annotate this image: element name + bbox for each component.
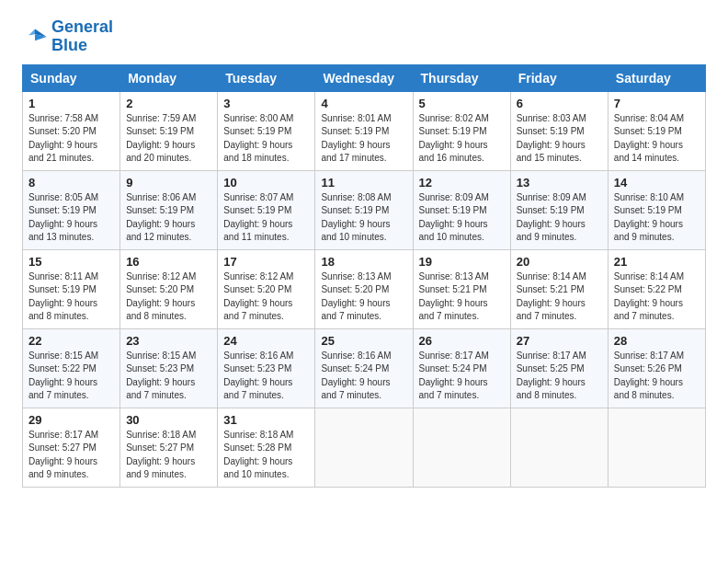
- calendar-cell: 11 Sunrise: 8:08 AMSunset: 5:19 PMDaylig…: [315, 170, 413, 249]
- calendar-cell: 24 Sunrise: 8:16 AMSunset: 5:23 PMDaylig…: [218, 328, 315, 408]
- calendar-cell: 18 Sunrise: 8:13 AMSunset: 5:20 PMDaylig…: [315, 249, 413, 328]
- calendar-cell: 13 Sunrise: 8:09 AMSunset: 5:19 PMDaylig…: [510, 170, 608, 249]
- logo: General Blue: [22, 18, 113, 55]
- calendar-week-row: 15 Sunrise: 8:11 AMSunset: 5:19 PMDaylig…: [23, 249, 706, 328]
- calendar-cell: 16 Sunrise: 8:12 AMSunset: 5:20 PMDaylig…: [120, 249, 218, 328]
- day-info: Sunrise: 8:05 AMSunset: 5:19 PMDaylight:…: [28, 192, 98, 243]
- day-number: 8: [28, 176, 114, 190]
- day-info: Sunrise: 8:01 AMSunset: 5:19 PMDaylight:…: [321, 113, 391, 164]
- calendar-cell: [413, 408, 510, 487]
- day-info: Sunrise: 8:02 AMSunset: 5:19 PMDaylight:…: [419, 113, 489, 164]
- day-number: 30: [126, 413, 211, 427]
- calendar-cell: [608, 408, 705, 487]
- calendar-week-row: 22 Sunrise: 8:15 AMSunset: 5:22 PMDaylig…: [23, 328, 706, 408]
- day-info: Sunrise: 8:09 AMSunset: 5:19 PMDaylight:…: [517, 192, 586, 243]
- day-info: Sunrise: 8:12 AMSunset: 5:20 PMDaylight:…: [126, 271, 196, 322]
- calendar-cell: 7 Sunrise: 8:04 AMSunset: 5:19 PMDayligh…: [608, 91, 705, 170]
- day-info: Sunrise: 8:00 AMSunset: 5:19 PMDaylight:…: [223, 113, 293, 164]
- day-number: 1: [28, 97, 114, 110]
- weekday-header-saturday: Saturday: [608, 64, 705, 91]
- day-number: 9: [126, 176, 211, 190]
- calendar-cell: [315, 408, 413, 487]
- day-number: 17: [223, 255, 309, 269]
- day-number: 26: [419, 334, 505, 348]
- day-number: 23: [126, 334, 211, 348]
- calendar-week-row: 8 Sunrise: 8:05 AMSunset: 5:19 PMDayligh…: [23, 170, 706, 249]
- day-info: Sunrise: 8:16 AMSunset: 5:24 PMDaylight:…: [321, 350, 391, 401]
- day-info: Sunrise: 8:08 AMSunset: 5:19 PMDaylight:…: [321, 192, 391, 243]
- day-number: 18: [321, 255, 406, 269]
- day-info: Sunrise: 8:07 AMSunset: 5:19 PMDaylight:…: [223, 192, 293, 243]
- day-info: Sunrise: 7:59 AMSunset: 5:19 PMDaylight:…: [126, 113, 196, 164]
- calendar-cell: 19 Sunrise: 8:13 AMSunset: 5:21 PMDaylig…: [413, 249, 510, 328]
- day-info: Sunrise: 8:17 AMSunset: 5:24 PMDaylight:…: [419, 350, 489, 401]
- day-info: Sunrise: 8:17 AMSunset: 5:27 PMDaylight:…: [28, 430, 98, 480]
- calendar-cell: 3 Sunrise: 8:00 AMSunset: 5:19 PMDayligh…: [218, 91, 315, 170]
- day-number: 27: [517, 334, 602, 348]
- day-info: Sunrise: 8:14 AMSunset: 5:22 PMDaylight:…: [614, 271, 684, 322]
- day-info: Sunrise: 8:09 AMSunset: 5:19 PMDaylight:…: [419, 192, 489, 243]
- day-info: Sunrise: 8:15 AMSunset: 5:22 PMDaylight:…: [28, 350, 98, 401]
- day-info: Sunrise: 7:58 AMSunset: 5:20 PMDaylight:…: [28, 113, 98, 164]
- calendar-cell: 22 Sunrise: 8:15 AMSunset: 5:22 PMDaylig…: [23, 328, 120, 408]
- day-info: Sunrise: 8:10 AMSunset: 5:19 PMDaylight:…: [614, 192, 684, 243]
- weekday-header-thursday: Thursday: [413, 64, 510, 91]
- calendar-table: SundayMondayTuesdayWednesdayThursdayFrid…: [22, 64, 706, 488]
- day-number: 10: [223, 176, 309, 190]
- weekday-header-wednesday: Wednesday: [315, 64, 413, 91]
- day-number: 6: [517, 97, 602, 110]
- day-number: 14: [614, 176, 700, 190]
- day-number: 11: [321, 176, 406, 190]
- day-info: Sunrise: 8:11 AMSunset: 5:19 PMDaylight:…: [28, 271, 98, 322]
- day-info: Sunrise: 8:15 AMSunset: 5:23 PMDaylight:…: [126, 350, 196, 401]
- day-info: Sunrise: 8:06 AMSunset: 5:19 PMDaylight:…: [126, 192, 196, 243]
- calendar-cell: 6 Sunrise: 8:03 AMSunset: 5:19 PMDayligh…: [510, 91, 608, 170]
- svg-marker-1: [28, 29, 35, 35]
- day-info: Sunrise: 8:14 AMSunset: 5:21 PMDaylight:…: [517, 271, 586, 322]
- day-number: 12: [419, 176, 505, 190]
- day-number: 28: [614, 334, 700, 348]
- calendar-cell: 5 Sunrise: 8:02 AMSunset: 5:19 PMDayligh…: [413, 91, 510, 170]
- day-info: Sunrise: 8:03 AMSunset: 5:19 PMDaylight:…: [517, 113, 586, 164]
- calendar-cell: 20 Sunrise: 8:14 AMSunset: 5:21 PMDaylig…: [510, 249, 608, 328]
- day-info: Sunrise: 8:04 AMSunset: 5:19 PMDaylight:…: [614, 113, 684, 164]
- day-info: Sunrise: 8:13 AMSunset: 5:21 PMDaylight:…: [419, 271, 489, 322]
- day-number: 4: [321, 97, 406, 110]
- day-number: 3: [223, 97, 309, 110]
- day-number: 16: [126, 255, 211, 269]
- weekday-header-monday: Monday: [120, 64, 218, 91]
- day-number: 13: [517, 176, 602, 190]
- weekday-header-friday: Friday: [510, 64, 608, 91]
- day-number: 15: [28, 255, 114, 269]
- calendar-week-row: 1 Sunrise: 7:58 AMSunset: 5:20 PMDayligh…: [23, 91, 706, 170]
- page-header: General Blue: [22, 18, 706, 55]
- calendar-cell: 4 Sunrise: 8:01 AMSunset: 5:19 PMDayligh…: [315, 91, 413, 170]
- calendar-cell: 21 Sunrise: 8:14 AMSunset: 5:22 PMDaylig…: [608, 249, 705, 328]
- day-info: Sunrise: 8:16 AMSunset: 5:23 PMDaylight:…: [223, 350, 293, 401]
- calendar-cell: 15 Sunrise: 8:11 AMSunset: 5:19 PMDaylig…: [23, 249, 120, 328]
- day-info: Sunrise: 8:13 AMSunset: 5:20 PMDaylight:…: [321, 271, 391, 322]
- weekday-header-sunday: Sunday: [23, 64, 120, 91]
- day-number: 19: [419, 255, 505, 269]
- calendar-cell: 8 Sunrise: 8:05 AMSunset: 5:19 PMDayligh…: [23, 170, 120, 249]
- weekday-header-tuesday: Tuesday: [218, 64, 315, 91]
- day-number: 21: [614, 255, 700, 269]
- calendar-cell: 28 Sunrise: 8:17 AMSunset: 5:26 PMDaylig…: [608, 328, 705, 408]
- logo-text: General Blue: [51, 18, 113, 55]
- weekday-header-row: SundayMondayTuesdayWednesdayThursdayFrid…: [23, 64, 706, 91]
- calendar-cell: 12 Sunrise: 8:09 AMSunset: 5:19 PMDaylig…: [413, 170, 510, 249]
- calendar-cell: 9 Sunrise: 8:06 AMSunset: 5:19 PMDayligh…: [120, 170, 218, 249]
- calendar-week-row: 29 Sunrise: 8:17 AMSunset: 5:27 PMDaylig…: [23, 408, 706, 487]
- day-info: Sunrise: 8:18 AMSunset: 5:28 PMDaylight:…: [223, 430, 293, 480]
- logo-bird-icon: [22, 24, 48, 50]
- day-number: 5: [419, 97, 505, 110]
- calendar-cell: [510, 408, 608, 487]
- day-number: 29: [28, 413, 114, 427]
- day-info: Sunrise: 8:18 AMSunset: 5:27 PMDaylight:…: [126, 430, 196, 480]
- calendar-cell: 31 Sunrise: 8:18 AMSunset: 5:28 PMDaylig…: [218, 408, 315, 487]
- day-number: 25: [321, 334, 406, 348]
- day-info: Sunrise: 8:17 AMSunset: 5:25 PMDaylight:…: [517, 350, 586, 401]
- calendar-cell: 27 Sunrise: 8:17 AMSunset: 5:25 PMDaylig…: [510, 328, 608, 408]
- day-number: 2: [126, 97, 211, 110]
- calendar-cell: 10 Sunrise: 8:07 AMSunset: 5:19 PMDaylig…: [218, 170, 315, 249]
